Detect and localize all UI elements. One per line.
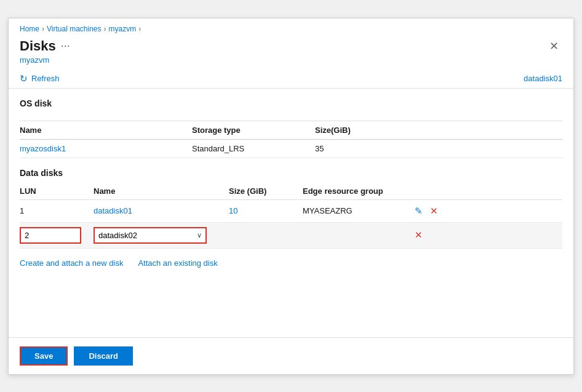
data-disk-name-new: datadisk02 datadisk03 ∨ [94, 222, 229, 248]
refresh-label: Refresh [31, 74, 60, 83]
data-disk-rg-1: MYASEAZRG [303, 199, 413, 222]
action-icons-1: ✎ ✕ [413, 204, 557, 218]
edit-disk-1-button[interactable]: ✎ [413, 204, 424, 218]
data-disk-actions-new: ✕ [413, 222, 562, 248]
refresh-icon: ↻ [20, 73, 28, 84]
os-disk-header-row: Name Storage type Size(GiB) [20, 121, 562, 139]
os-disk-header-storage: Storage type [192, 121, 315, 139]
close-button[interactable]: ✕ [546, 38, 562, 54]
data-disk-name-1[interactable]: datadisk01 [94, 199, 229, 222]
chevron-down-icon: ∨ [193, 231, 205, 239]
os-disk-header-name: Name [20, 121, 192, 139]
disk-name-select[interactable]: datadisk02 datadisk03 [95, 228, 193, 242]
data-disk-size-new [229, 222, 303, 248]
data-disks-table: LUN Name Size (GiB) Edge resource group … [20, 183, 562, 249]
action-icons-new: ✕ [413, 228, 557, 242]
header-row: Disks ··· ✕ [9, 36, 573, 55]
breadcrumb-sep2: › [104, 25, 106, 33]
breadcrumb-vms[interactable]: Virtual machines [47, 25, 102, 33]
create-attach-new-disk-link[interactable]: Create and attach a new disk [20, 258, 123, 268]
discard-button[interactable]: Discard [74, 346, 133, 366]
breadcrumb-sep3: › [138, 25, 141, 33]
data-disk-col-size: Size (GiB) [229, 183, 303, 200]
data-disk-size-1: 10 [229, 199, 303, 222]
footer: Save Discard [9, 337, 573, 374]
toolbar: ↻ Refresh datadisk01 [9, 70, 573, 89]
lun-input[interactable] [20, 227, 81, 244]
os-disk-col-name [20, 113, 192, 121]
content-area: OS disk Name Storage type Size(GiB) myaz… [9, 89, 573, 337]
data-disk-col-actions [413, 183, 562, 200]
os-disk-col-storage [192, 113, 315, 121]
toolbar-disk-name: datadisk01 [524, 74, 562, 83]
disk-select-wrapper: datadisk02 datadisk03 ∨ [94, 227, 207, 244]
data-disk-actions-1: ✎ ✕ [413, 199, 562, 222]
data-disk-row-1: 1 datadisk01 10 MYASEAZRG ✎ ✕ [20, 199, 562, 222]
refresh-button[interactable]: ↻ Refresh [20, 73, 60, 84]
disk-action-links: Create and attach a new disk Attach an e… [20, 258, 562, 268]
data-disk-new-row: datadisk02 datadisk03 ∨ ✕ [20, 222, 562, 248]
os-disk-col-size [315, 113, 562, 121]
breadcrumb-vm[interactable]: myazvm [109, 25, 137, 33]
os-disk-header-sizegib: Size(GiB) [315, 121, 562, 139]
breadcrumb: Home › Virtual machines › myazvm › [9, 18, 573, 36]
data-disk-rg-new [303, 222, 413, 248]
disks-panel: Home › Virtual machines › myazvm › Disks… [8, 18, 574, 375]
header-left: Disks ··· [20, 38, 70, 54]
data-disk-lun-new [20, 222, 94, 248]
data-disk-col-lun: LUN [20, 183, 94, 200]
data-disk-col-rg: Edge resource group [303, 183, 413, 200]
breadcrumb-home[interactable]: Home [20, 25, 39, 33]
os-disk-name[interactable]: myazosdisk1 [20, 139, 192, 158]
os-disk-section-title: OS disk [20, 98, 562, 108]
attach-existing-disk-link[interactable]: Attach an existing disk [138, 258, 217, 268]
ellipsis-menu[interactable]: ··· [61, 39, 70, 52]
delete-new-disk-button[interactable]: ✕ [413, 228, 424, 242]
subtitle: myazvm [9, 55, 573, 70]
os-disk-storage-type: Standard_LRS [192, 139, 315, 158]
save-button[interactable]: Save [20, 346, 68, 366]
os-disk-size: 35 [315, 139, 562, 158]
page-title: Disks [20, 38, 56, 54]
delete-disk-1-button[interactable]: ✕ [429, 204, 439, 218]
data-disks-section-title: Data disks [20, 168, 562, 178]
breadcrumb-sep1: › [42, 25, 44, 33]
os-disk-row: myazosdisk1 Standard_LRS 35 [20, 139, 562, 158]
data-disk-col-name: Name [94, 183, 229, 200]
data-disk-lun-1: 1 [20, 199, 94, 222]
os-disk-table: Name Storage type Size(GiB) myazosdisk1 … [20, 113, 562, 158]
